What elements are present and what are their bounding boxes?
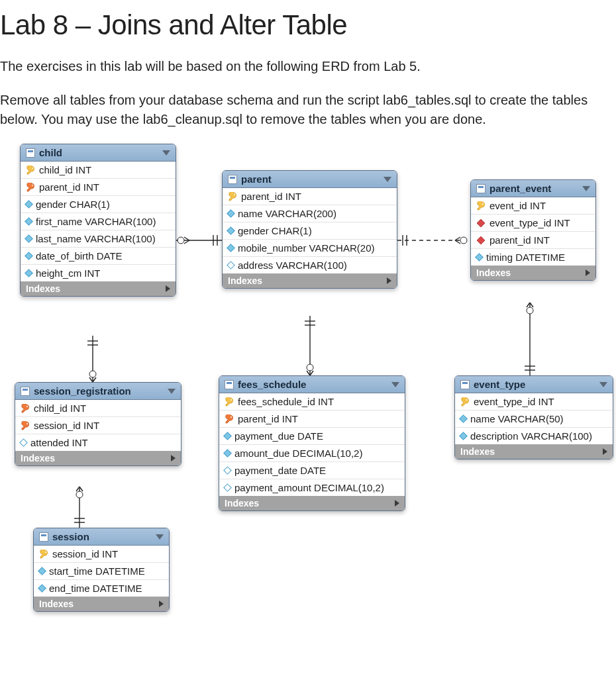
svg-line-23 [310, 371, 313, 375]
primary-key-icon [476, 201, 486, 211]
column-text: last_name VARCHAR(100) [36, 233, 156, 244]
column-row: end_time DATETIME [34, 580, 169, 597]
column-text: payment_date DATE [234, 465, 326, 476]
collapse-icon[interactable] [582, 186, 590, 191]
foreign-key-icon [225, 414, 234, 424]
column-text: timing DATETIME [486, 252, 565, 263]
collapse-icon[interactable] [156, 534, 164, 540]
column-icon [19, 438, 28, 447]
column-text: mobile_number VARCHAR(20) [238, 242, 374, 254]
svg-point-42 [231, 399, 232, 401]
svg-point-45 [45, 552, 46, 553]
svg-point-9 [460, 237, 467, 244]
expand-icon [171, 455, 176, 461]
column-row: attended INT [15, 434, 181, 451]
entity-session[interactable]: session session_id INTstart_time DATETIM… [33, 528, 170, 612]
column-row: child_id INT [21, 162, 176, 179]
column-icon [227, 261, 235, 269]
indexes-section[interactable]: Indexes [15, 451, 181, 465]
svg-line-2 [184, 237, 189, 240]
table-icon [39, 532, 48, 542]
column-row: event_id INT [471, 197, 595, 215]
primary-key-icon [26, 166, 35, 175]
column-row: height_cm INT [21, 265, 176, 281]
entity-event-type[interactable]: event_type event_type_id INTname VARCHAR… [454, 375, 613, 460]
column-list: event_id INTevent_type_id INTparent_id I… [471, 197, 595, 266]
collapse-icon[interactable] [599, 382, 607, 387]
table-icon [228, 175, 237, 184]
entity-header[interactable]: child [21, 144, 176, 162]
column-list: child_id INTparent_id INTgender CHAR(1)f… [21, 162, 176, 281]
column-text: child_id INT [34, 403, 86, 414]
svg-line-27 [530, 303, 533, 307]
column-icon [38, 567, 46, 575]
svg-line-33 [79, 487, 83, 491]
column-row: parent_id INT [219, 411, 405, 428]
svg-point-36 [32, 168, 33, 169]
collapse-icon[interactable] [391, 382, 399, 387]
column-text: event_id INT [489, 200, 546, 211]
column-row: payment_date DATE [219, 462, 405, 479]
svg-line-26 [527, 303, 530, 307]
column-icon [223, 483, 232, 492]
column-icon [475, 253, 484, 262]
column-text: name VARCHAR(200) [238, 208, 336, 219]
column-text: end_time DATETIME [49, 583, 142, 594]
svg-line-3 [184, 240, 189, 244]
column-row: date_of_birth DATE [21, 248, 176, 265]
svg-point-37 [32, 185, 33, 186]
indexes-section[interactable]: Indexes [34, 597, 169, 611]
entity-parent[interactable]: parent parent_id INTname VARCHAR(200)gen… [222, 170, 397, 289]
column-icon [227, 226, 235, 235]
column-icon [459, 432, 468, 440]
column-text: event_type_id INT [474, 396, 554, 407]
svg-point-43 [231, 416, 232, 418]
indexes-section[interactable]: Indexes [471, 266, 595, 280]
entity-header[interactable]: fees_schedule [219, 376, 405, 393]
table-icon [21, 387, 30, 396]
column-text: gender CHAR(1) [36, 199, 110, 210]
page-title: Lab 8 – Joins and Alter Table [0, 9, 616, 41]
indexes-section[interactable]: Indexes [223, 273, 397, 288]
column-icon [223, 449, 232, 458]
intro-text-2: Remove all tables from your database sch… [0, 91, 616, 129]
entity-header[interactable]: parent [223, 171, 397, 188]
expand-icon [159, 601, 164, 607]
column-text: child_id INT [39, 164, 91, 175]
foreign-key-icon [476, 218, 486, 228]
column-row: session_id INT [34, 546, 169, 563]
column-row: first_name VARCHAR(100) [21, 213, 176, 230]
column-icon [25, 200, 33, 209]
collapse-icon[interactable] [168, 389, 176, 394]
column-icon [25, 269, 33, 277]
column-row: last_name VARCHAR(100) [21, 230, 176, 248]
column-text: parent_id INT [238, 413, 298, 424]
column-row: gender CHAR(1) [21, 196, 176, 213]
column-row: description VARCHAR(100) [455, 428, 613, 444]
column-row: start_time DATETIME [34, 563, 169, 580]
entity-session-registration[interactable]: session_registration child_id INTsession… [15, 382, 181, 466]
column-list: session_id INTstart_time DATETIMEend_tim… [34, 546, 169, 597]
collapse-icon[interactable] [384, 177, 391, 182]
expand-icon [603, 448, 607, 455]
column-row: fees_schedule_id INT [219, 393, 405, 411]
entity-header[interactable]: event_type [455, 376, 613, 393]
indexes-section[interactable]: Indexes [455, 444, 613, 459]
entity-header[interactable]: session_registration [15, 383, 181, 400]
svg-line-17 [93, 377, 96, 382]
entity-parent-event[interactable]: parent_event event_id INTevent_type_id I… [470, 179, 596, 281]
column-icon [227, 244, 235, 252]
indexes-section[interactable]: Indexes [21, 281, 176, 296]
column-text: event_type_id INT [489, 217, 570, 228]
collapse-icon[interactable] [162, 150, 170, 156]
column-row: mobile_number VARCHAR(20) [223, 240, 397, 257]
entity-child[interactable]: child child_id INTparent_id INTgender CH… [20, 144, 176, 297]
column-row: child_id INT [15, 400, 181, 417]
column-text: name VARCHAR(50) [470, 413, 564, 424]
table-icon [460, 380, 470, 389]
indexes-section[interactable]: Indexes [219, 496, 405, 510]
entity-fees-schedule[interactable]: fees_schedule fees_schedule_id INTparent… [219, 375, 405, 511]
entity-header[interactable]: parent_event [471, 180, 595, 197]
entity-header[interactable]: session [34, 528, 169, 546]
column-row: event_type_id INT [471, 215, 595, 232]
